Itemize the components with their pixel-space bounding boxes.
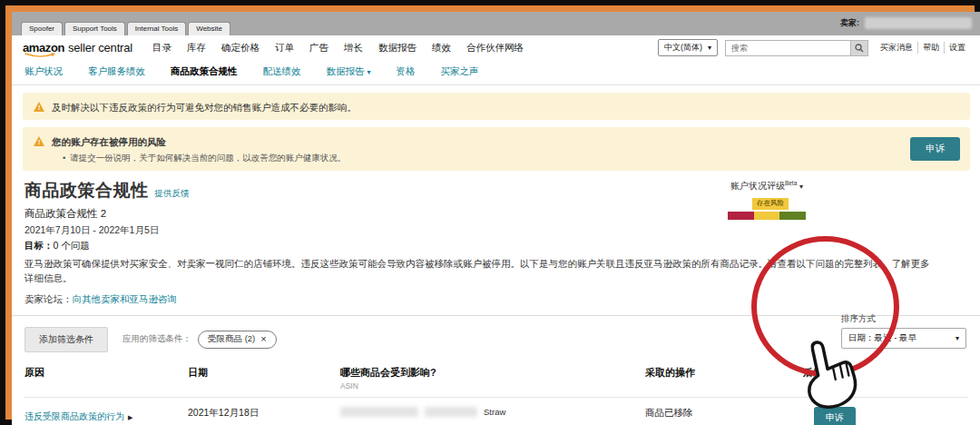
account-health-subnav: 账户状况 客户服务绩效 商品政策合规性 配送绩效 数据报告 ▾ 资格 买家之声	[12, 60, 980, 85]
restricted-products-filter-pill[interactable]: 受限商品 (2) ×	[198, 331, 277, 349]
violation-reason-link[interactable]: 违反受限商品政策的行为	[24, 411, 124, 421]
seller-name-redacted	[865, 17, 972, 29]
product-name-visible: Straw	[484, 407, 505, 417]
close-icon[interactable]: ×	[260, 334, 266, 344]
col-header-date: 日期	[188, 366, 340, 390]
forum-link[interactable]: 向其他卖家和亚马逊咨询	[73, 293, 178, 304]
policy-description: 亚马逊政策可确保提供对买家安全、对卖家一视同仁的店铺环境。违反这些政策可能会导致…	[24, 257, 932, 286]
account-health-rating: 账户状况评级Beta ▾ 存在风险	[707, 180, 827, 220]
health-rating-title[interactable]: 账户状况评级Beta ▾	[707, 180, 827, 193]
header-nav: 目录 库存 确定价格 订单 广告 增长 数据报告 绩效 合作伙伴网络	[152, 42, 524, 54]
language-select[interactable]: 中文(简体) ▾	[658, 39, 718, 56]
nav-partner-network[interactable]: 合作伙伴网络	[466, 42, 524, 54]
health-bar-red-segment	[728, 212, 754, 220]
screenshot-frame: Spoofer Support Tools Internal Tools Web…	[0, 0, 980, 425]
sort-control: 排序方式 日期：最近 - 最早 ▾	[841, 313, 966, 349]
add-filter-button[interactable]: 添加筛选条件	[24, 327, 108, 352]
browser-tab-spoofer[interactable]: Spoofer	[21, 22, 63, 35]
amazon-smile-icon	[24, 53, 56, 58]
expand-arrow-icon[interactable]: ▶	[128, 414, 132, 420]
col-header-action: 采取的操作	[645, 366, 803, 390]
page-title: 商品政策合规性	[24, 181, 149, 200]
browser-tab-internal-tools[interactable]: Internal Tools	[127, 22, 186, 35]
warning-triangle-icon	[34, 102, 45, 112]
violation-date: 2021年12月18日	[188, 407, 340, 420]
overview-subtitle: 商品政策合规性 2	[24, 207, 968, 221]
warning-triangle-icon	[34, 136, 45, 146]
goal-line: 目标：0 个问题	[24, 240, 968, 252]
subnav-voice-of-customer[interactable]: 买家之声	[440, 65, 478, 78]
chevron-down-icon: ▾	[956, 334, 959, 342]
applied-filters-label: 应用的筛选条件：	[122, 333, 191, 345]
orange-frame: Spoofer Support Tools Internal Tools Web…	[5, 5, 975, 420]
filter-row: 添加筛选条件 应用的筛选条件： 受限商品 (2) × 排序方式 日期：最近 - …	[24, 324, 968, 355]
asin-sublabel: ASIN	[340, 381, 645, 390]
settings-link[interactable]: 设置	[944, 42, 970, 54]
risk-title: 您的账户存在被停用的风险	[52, 136, 166, 147]
seller-identity: 卖家:	[840, 17, 972, 29]
col-header-products: 哪些商品会受到影响?ASIN	[340, 366, 645, 390]
table-header-row: 原因 日期 哪些商品会受到影响?ASIN 采取的操作 后续步骤	[24, 361, 968, 397]
goal-label: 目标：	[24, 240, 54, 251]
search-icon	[855, 44, 864, 53]
product-name-redacted	[340, 407, 418, 417]
nav-growth[interactable]: 增长	[344, 42, 363, 54]
health-bar-yellow-segment	[754, 212, 780, 220]
subnav-shipping-performance[interactable]: 配送绩效	[263, 65, 301, 78]
sort-label: 排序方式	[841, 313, 966, 325]
chevron-down-icon: ▾	[367, 68, 370, 76]
amazon-wordmark: amazon	[23, 41, 64, 54]
forum-line: 卖家论坛：向其他卖家和亚马逊咨询	[24, 293, 968, 306]
action-taken: 商品已移除	[645, 407, 803, 420]
deactivation-risk-banner: 您的账户存在被停用的风险 请提交一份说明，关于如何解决当前的问题，以改善您的账户…	[23, 127, 970, 171]
appeal-button[interactable]: 申诉	[910, 137, 960, 161]
product-name-redacted	[425, 407, 477, 417]
subnav-customer-service[interactable]: 客户服务绩效	[88, 65, 145, 78]
nav-reports[interactable]: 数据报告	[378, 42, 416, 54]
beta-tag: Beta	[785, 180, 797, 186]
help-link[interactable]: 帮助	[917, 42, 944, 54]
risk-detail: 请提交一份说明，关于如何解决当前的问题，以改善您的账户健康状况。	[63, 153, 959, 164]
affected-product-cell: Straw	[340, 407, 645, 417]
goal-value: 0 个问题	[54, 240, 90, 251]
buyer-messages-link[interactable]: 买家消息	[876, 42, 917, 54]
chevron-down-icon: ▾	[799, 183, 803, 191]
browser-tab-support-tools[interactable]: Support Tools	[64, 22, 125, 35]
subnav-reports[interactable]: 数据报告 ▾	[327, 65, 371, 78]
seller-central-wordmark: seller central	[68, 41, 132, 54]
nav-orders[interactable]: 订单	[275, 42, 294, 54]
risk-status-badge: 存在风险	[752, 198, 789, 210]
subnav-account-status[interactable]: 账户状况	[24, 65, 63, 78]
forum-label: 卖家论坛：	[24, 293, 73, 304]
violations-table: 原因 日期 哪些商品会受到影响?ASIN 采取的操作 后续步骤 违反受限商品政策…	[24, 361, 968, 425]
seller-label: 卖家:	[840, 17, 859, 29]
date-range: 2021年7月10日 - 2022年1月5日	[24, 224, 968, 237]
col-header-reason: 原因	[24, 366, 188, 390]
chevron-down-icon: ▾	[708, 44, 711, 52]
header-right: 中文(简体) ▾ 买家消息 帮助 设置	[658, 39, 970, 56]
health-rating-bar	[728, 212, 806, 220]
browser-bar: Spoofer Support Tools Internal Tools Web…	[12, 12, 980, 35]
header-search	[725, 40, 868, 56]
col-header-next-steps: 后续步骤	[803, 366, 968, 390]
nav-catalog[interactable]: 目录	[152, 42, 172, 54]
nav-performance[interactable]: 绩效	[432, 42, 451, 54]
seller-central-page: Spoofer Support Tools Internal Tools Web…	[12, 12, 980, 425]
amazon-seller-central-logo[interactable]: amazon seller central	[23, 41, 132, 54]
search-button[interactable]	[850, 40, 868, 56]
health-bar-green-segment	[779, 212, 806, 220]
overview-section: 商品政策合规性提供反馈 商品政策合规性 2 2021年7月10日 - 2022年…	[24, 179, 968, 306]
main-header: amazon seller central 目录 库存 确定价格 订单 广告 增…	[12, 35, 980, 60]
search-input[interactable]	[725, 40, 850, 56]
subnav-eligibility[interactable]: 资格	[396, 65, 415, 78]
section-divider	[12, 315, 980, 316]
nav-advertising[interactable]: 广告	[309, 42, 328, 54]
next-steps-cell: 申诉 查看来源	[803, 407, 968, 425]
browser-tab-website[interactable]: Website	[188, 22, 230, 35]
sort-select[interactable]: 日期：最近 - 最早 ▾	[841, 328, 966, 349]
nav-pricing[interactable]: 确定价格	[221, 42, 260, 54]
feedback-link[interactable]: 提供反馈	[155, 188, 190, 198]
nav-inventory[interactable]: 库存	[187, 42, 206, 54]
appeal-button[interactable]: 申诉	[814, 407, 856, 425]
subnav-product-policy-compliance[interactable]: 商品政策合规性	[171, 65, 238, 78]
